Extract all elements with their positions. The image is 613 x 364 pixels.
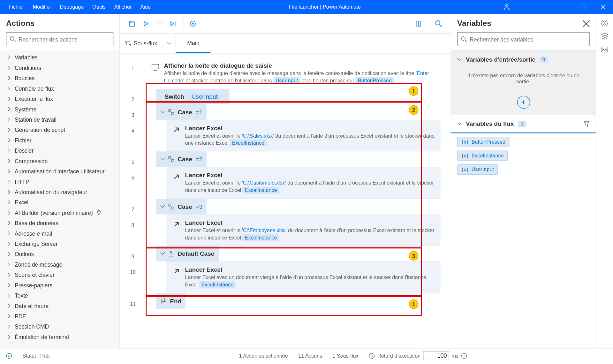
- action-category[interactable]: Outlook: [0, 249, 119, 259]
- rail-images-icon[interactable]: [601, 47, 608, 53]
- menu-file[interactable]: Fichier: [4, 0, 29, 14]
- action-name: Afficher la boîte de dialogue de saisie: [164, 62, 435, 69]
- data-button[interactable]: [412, 17, 426, 30]
- variable-chip[interactable]: {x}ExcelInstance: [457, 150, 508, 161]
- action-category[interactable]: Station de travail: [0, 114, 119, 125]
- line-number: 5: [120, 151, 146, 165]
- action-category[interactable]: Souris et clavier: [0, 269, 119, 280]
- svg-point-26: [602, 48, 604, 49]
- action-category[interactable]: PDF: [0, 311, 119, 321]
- action-launch-excel-1[interactable]: Lancer Excel Lancer Excel et ouvrir le '…: [166, 120, 440, 151]
- search-flow-button[interactable]: [432, 17, 445, 30]
- subflow-dropdown[interactable]: Sous-flux: [120, 34, 176, 53]
- action-switch[interactable]: Switch UserInput: [156, 89, 230, 104]
- action-category[interactable]: Émulation de terminal: [0, 332, 119, 342]
- more-icon[interactable]: [225, 94, 225, 100]
- action-category[interactable]: Conditions: [0, 63, 119, 73]
- action-category[interactable]: Texte: [0, 290, 119, 300]
- flow-variables-header[interactable]: Variables du flux 3: [451, 115, 596, 133]
- line-number: 2: [120, 89, 146, 102]
- filter-icon[interactable]: [584, 121, 590, 127]
- line-number: 6: [120, 167, 146, 181]
- variables-search-input[interactable]: [470, 36, 586, 42]
- launch-icon: [172, 267, 181, 276]
- action-category[interactable]: Session CMD: [0, 321, 119, 331]
- svg-rect-19: [169, 157, 171, 159]
- action-launch-excel-default[interactable]: Lancer Excel Lancer Excel avec un docume…: [166, 262, 440, 293]
- action-case-2[interactable]: Case=2: [156, 151, 207, 167]
- action-category[interactable]: Excel: [0, 197, 119, 207]
- action-category[interactable]: Adresse e-mail: [0, 228, 119, 239]
- flow-variables-section: Variables du flux 3 {x}ButtonPressed{x}E…: [451, 115, 596, 178]
- line-number: 11: [120, 293, 146, 307]
- actions-list[interactable]: VariablesConditionsBouclesContrôle de fl…: [0, 50, 119, 349]
- case-icon: [168, 203, 174, 209]
- action-category[interactable]: Contrôle de flux: [0, 83, 119, 94]
- action-category[interactable]: Exchange Server: [0, 239, 119, 249]
- close-panel-icon[interactable]: [583, 20, 590, 27]
- action-category[interactable]: Variables: [0, 52, 119, 62]
- action-category[interactable]: Base de données: [0, 218, 119, 228]
- variables-search[interactable]: [457, 32, 590, 46]
- actions-search[interactable]: [6, 32, 113, 46]
- action-case-3[interactable]: Case=3: [156, 199, 207, 215]
- step-button[interactable]: [166, 17, 180, 30]
- flow-canvas[interactable]: 1 Afficher la boîte de dialogue de saisi…: [120, 54, 451, 349]
- menu-tools[interactable]: Outils: [88, 0, 110, 14]
- svg-point-27: [6, 353, 11, 358]
- switch-label: Switch: [165, 93, 184, 100]
- line-number: 4: [120, 120, 146, 133]
- default-case-icon: [168, 251, 174, 257]
- action-category[interactable]: Zones de message: [0, 259, 119, 269]
- variable-chip[interactable]: {x}ButtonPressed: [457, 137, 509, 147]
- flag-icon: [161, 298, 167, 304]
- action-default-case[interactable]: Default Case: [156, 246, 219, 262]
- action-category[interactable]: Boucles: [0, 73, 119, 83]
- action-category[interactable]: Dossier: [0, 145, 119, 155]
- svg-rect-21: [169, 204, 171, 206]
- delay-input[interactable]: [423, 351, 449, 360]
- action-category[interactable]: Date et heure: [0, 301, 119, 311]
- action-end[interactable]: End: [156, 293, 185, 309]
- info-icon[interactable]: [461, 353, 467, 359]
- actions-panel: Actions VariablesConditionsBouclesContrô…: [0, 14, 120, 348]
- action-category[interactable]: Presse-papiers: [0, 280, 119, 290]
- actions-search-input[interactable]: [19, 36, 110, 42]
- io-variables-header[interactable]: Variables d'entrée/sortie 0: [451, 51, 596, 68]
- action-launch-excel-3[interactable]: Lancer Excel Lancer Excel et ouvrir le '…: [166, 214, 440, 246]
- close-button[interactable]: [593, 0, 613, 14]
- run-button[interactable]: [139, 17, 153, 30]
- clock-icon: [369, 353, 375, 359]
- record-button[interactable]: [186, 17, 200, 30]
- tab-main[interactable]: Main: [176, 34, 210, 53]
- chevron-down-icon: [161, 205, 165, 208]
- save-button[interactable]: [125, 17, 139, 30]
- subflow-icon: [125, 40, 131, 46]
- minimize-button[interactable]: [553, 0, 573, 14]
- action-display-input[interactable]: Afficher la boîte de dialogue de saisie …: [146, 58, 441, 89]
- action-category[interactable]: Compression: [0, 156, 119, 166]
- svg-point-10: [436, 20, 440, 25]
- action-category[interactable]: AI Builder (version préliminaire): [0, 208, 119, 218]
- action-category[interactable]: Génération de script: [0, 125, 119, 135]
- add-io-variable-button[interactable]: +: [517, 96, 530, 109]
- account-icon[interactable]: [495, 4, 519, 11]
- rail-layers-icon[interactable]: [601, 33, 608, 40]
- action-category[interactable]: Fichier: [0, 135, 119, 145]
- menu-help[interactable]: Aide: [136, 0, 155, 14]
- maximize-button[interactable]: [573, 0, 593, 14]
- action-category[interactable]: Automatisation du navigateur: [0, 187, 119, 197]
- menu-edit[interactable]: Modifier: [28, 0, 56, 14]
- action-category[interactable]: Système: [0, 104, 119, 114]
- action-launch-excel-2[interactable]: Lancer Excel Lancer Excel et ouvrir le '…: [166, 167, 440, 199]
- action-category[interactable]: HTTP: [0, 177, 119, 187]
- action-case-1[interactable]: Case =1: [156, 104, 207, 120]
- variable-chip[interactable]: {x}UserInput: [457, 164, 498, 175]
- svg-rect-8: [417, 21, 418, 26]
- menu-debug[interactable]: Débogage: [56, 0, 88, 14]
- launch-icon: [172, 220, 181, 229]
- menu-view[interactable]: Afficher: [110, 0, 136, 14]
- action-category[interactable]: Automatisation d'interface utilisateur: [0, 166, 119, 176]
- rail-variables-icon[interactable]: {x}: [601, 19, 608, 26]
- action-category[interactable]: Exécuter le flux: [0, 94, 119, 104]
